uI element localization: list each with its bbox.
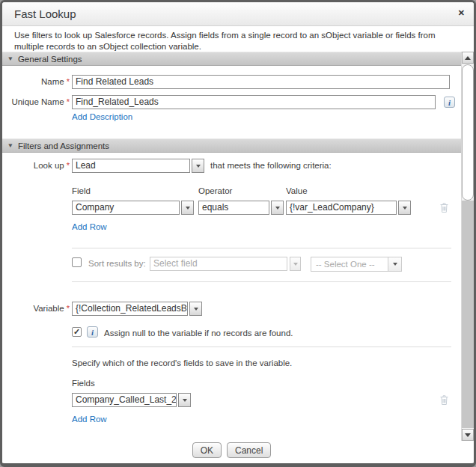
dropdown-arrow-icon xyxy=(186,207,190,210)
scroll-down-button[interactable] xyxy=(462,429,474,441)
fields-column-header: Fields xyxy=(72,379,95,388)
required-asterisk: * xyxy=(67,75,70,89)
variable-label: Variable* xyxy=(2,302,70,316)
ok-button[interactable]: OK xyxy=(192,442,222,458)
dialog-description: Use filters to look up Salesforce record… xyxy=(14,30,457,52)
info-icon[interactable]: i xyxy=(87,326,98,338)
sort-order-select: -- Select One -- xyxy=(311,257,402,272)
divider xyxy=(72,281,451,282)
close-icon[interactable]: ✕ xyxy=(458,7,465,18)
filter-operator-input[interactable]: equals xyxy=(198,201,269,215)
filter-field-dropdown-button[interactable] xyxy=(181,201,194,215)
filter-operator-dropdown-button[interactable] xyxy=(271,201,284,215)
assignment-field-input[interactable]: Company_Called_Last_24hrs__ xyxy=(72,393,177,407)
sort-order-dropdown-button xyxy=(388,257,401,271)
arrow-up-icon xyxy=(465,56,471,60)
dialog-title: Fast Lookup xyxy=(14,2,76,26)
unique-name-label: Unique Name* xyxy=(2,95,70,109)
arrow-down-icon xyxy=(465,433,471,437)
fast-lookup-dialog: Fast Lookup ✕ Use filters to look up Sal… xyxy=(0,0,476,467)
add-field-row-link[interactable]: Add Row xyxy=(72,415,107,424)
dropdown-arrow-icon xyxy=(196,165,201,168)
scrollbar-thumb[interactable] xyxy=(462,64,474,201)
add-filter-row-link[interactable]: Add Row xyxy=(72,222,107,231)
name-input[interactable]: Find Related Leads xyxy=(72,75,450,89)
filter-value-input[interactable]: {!var_LeadCompany} xyxy=(286,201,397,215)
info-icon[interactable]: i xyxy=(444,97,455,108)
unique-name-input[interactable]: Find_Related_Leads xyxy=(72,95,436,109)
dropdown-arrow-icon xyxy=(275,207,280,210)
criteria-text: that meets the following criteria: xyxy=(210,161,332,170)
name-label: Name* xyxy=(2,75,70,89)
lookup-object-dropdown-button[interactable] xyxy=(192,159,204,173)
trash-icon[interactable] xyxy=(439,394,449,409)
column-header-field: Field xyxy=(72,186,91,195)
scrollbar-track[interactable] xyxy=(462,201,474,428)
title-bar: Fast Lookup ✕ xyxy=(2,2,474,26)
section-title: General Settings xyxy=(18,55,82,64)
dropdown-arrow-icon xyxy=(194,308,198,311)
assign-null-checkbox[interactable]: ✓ xyxy=(72,327,82,337)
sort-field-dropdown-button xyxy=(290,257,301,271)
column-header-operator: Operator xyxy=(198,186,232,195)
footer: OK Cancel xyxy=(2,442,461,458)
dropdown-arrow-icon xyxy=(183,399,187,402)
assign-null-label: Assign null to the variable if no record… xyxy=(104,329,293,338)
dialog-inner: Fast Lookup ✕ Use filters to look up Sal… xyxy=(2,2,474,463)
sort-field-input: Select field xyxy=(150,257,287,271)
section-header-general-settings[interactable]: ▼ General Settings xyxy=(2,52,461,66)
filter-value-dropdown-button[interactable] xyxy=(398,201,411,215)
sort-results-label: Sort results by: xyxy=(88,259,146,268)
dropdown-arrow-icon xyxy=(403,207,407,210)
required-asterisk: * xyxy=(67,95,70,109)
column-header-value: Value xyxy=(286,186,308,195)
lookup-object-input[interactable]: Lead xyxy=(72,159,190,173)
divider xyxy=(72,347,451,347)
check-icon: ✓ xyxy=(73,328,80,336)
sort-order-value: -- Select One -- xyxy=(311,257,388,271)
trash-icon[interactable] xyxy=(439,202,449,216)
dropdown-arrow-icon xyxy=(393,263,397,266)
assignment-field-dropdown-button[interactable] xyxy=(178,393,191,407)
dropdown-arrow-icon xyxy=(293,263,298,266)
divider xyxy=(72,248,451,248)
section-header-filters-assignments[interactable]: ▼ Filters and Assignments xyxy=(2,138,461,153)
lookup-label: Look up* xyxy=(2,159,70,173)
variable-dropdown-button[interactable] xyxy=(189,302,202,316)
add-description-link[interactable]: Add Description xyxy=(72,112,132,121)
specify-fields-text: Specify which of the record's fields to … xyxy=(72,358,292,367)
sort-results-checkbox[interactable] xyxy=(72,257,82,267)
scroll-up-button[interactable] xyxy=(462,52,474,64)
cancel-button[interactable]: Cancel xyxy=(227,442,271,458)
filter-field-input[interactable]: Company xyxy=(72,201,180,215)
variable-input[interactable]: {!Collection_RelatedLeadsByComp xyxy=(72,302,188,316)
required-asterisk: * xyxy=(67,302,70,316)
collapse-triangle-icon: ▼ xyxy=(7,55,14,62)
vertical-scrollbar[interactable] xyxy=(461,52,474,441)
section-title: Filters and Assignments xyxy=(18,141,109,150)
collapse-triangle-icon: ▼ xyxy=(7,142,14,149)
required-asterisk: * xyxy=(67,159,70,173)
